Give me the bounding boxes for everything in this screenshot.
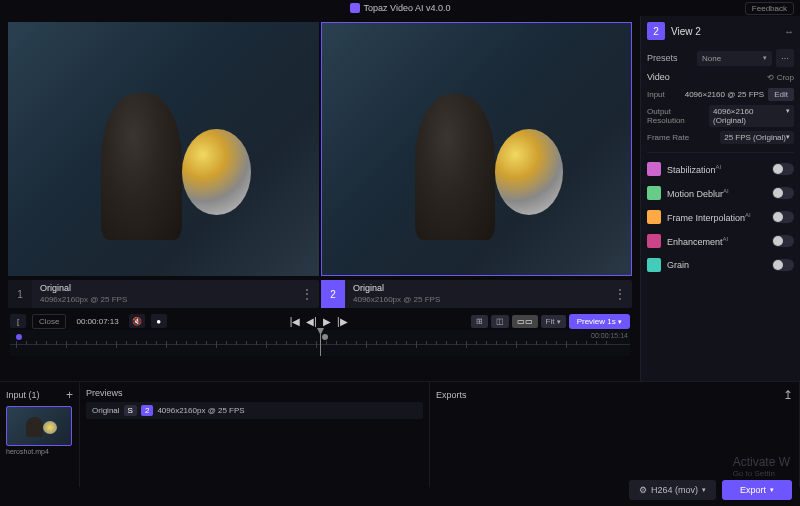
input-filename: heroshot.mp4 [6, 448, 73, 455]
input-header: Input (1) [6, 390, 40, 400]
play-icon[interactable]: ▶ [323, 316, 331, 327]
feedback-button[interactable]: Feedback [745, 2, 794, 15]
previews-column: Previews Original S 2 4096x2160px @ 25 F… [80, 382, 430, 487]
viewer-menu-icon[interactable]: ⋮ [608, 287, 632, 301]
filter-name: Frame InterpolationAI [667, 212, 766, 223]
filter-name: StabilizationAI [667, 164, 766, 175]
filter-icon [647, 210, 661, 224]
presets-label: Presets [647, 53, 693, 63]
preview-canvas-1[interactable] [8, 22, 319, 276]
viewer-res: 4096x2160px @ 25 FPS [40, 295, 127, 305]
view-badge: 2 [647, 22, 665, 40]
step-fwd-icon[interactable]: |▶ [337, 316, 348, 327]
output-res-label: Output Resolution [647, 107, 709, 125]
compare-mode-2[interactable]: ◫ [491, 315, 509, 328]
filter-toggle[interactable] [772, 235, 794, 247]
filter-row-motion-deblur: Motion DeblurAI [647, 181, 794, 205]
fps-label: Frame Rate [647, 133, 689, 142]
filter-name: Grain [667, 260, 766, 270]
marker-icon[interactable] [322, 334, 328, 340]
preview-tag: 2 [141, 405, 153, 416]
viewer-res: 4096x2160px @ 25 FPS [353, 295, 440, 305]
viewer-name: Original [353, 283, 440, 295]
app-logo-icon [350, 3, 360, 13]
video-section-label: Video [647, 72, 670, 82]
timecode-display: 00:00:07:13 [72, 317, 122, 326]
app-title: Topaz Video AI v4.0.0 [364, 3, 451, 13]
filter-name: Motion DeblurAI [667, 188, 766, 199]
viewer-menu-icon[interactable]: ⋮ [295, 287, 319, 301]
presets-menu-icon[interactable]: ⋯ [776, 49, 794, 67]
collapse-icon[interactable]: ↔ [784, 26, 794, 37]
viewer-number: 1 [8, 280, 32, 308]
mark-in-icon[interactable]: [ [10, 314, 26, 328]
exports-column: Exports ↥ [430, 382, 800, 487]
fps-dropdown[interactable]: 25 FPS (Original)▾ [720, 131, 794, 144]
step-back-icon[interactable]: ◀| [306, 316, 317, 327]
timeline-toolbar: [ Close 00:00:07:13 🔇 ● |◀ ◀| ▶ |▶ ⊞ ◫ ▭… [0, 312, 640, 330]
filter-icon [647, 258, 661, 272]
record-icon[interactable]: ● [151, 314, 167, 328]
playhead[interactable] [320, 330, 321, 356]
input-thumbnail[interactable] [6, 406, 72, 446]
filter-toggle[interactable] [772, 187, 794, 199]
marker-icon[interactable] [16, 334, 22, 340]
compare-mode-1[interactable]: ⊞ [471, 315, 488, 328]
settings-panel: 2 View 2 ↔ Presets None▾ ⋯ Video ⟲ Crop … [640, 16, 800, 381]
filter-icon [647, 186, 661, 200]
filter-name: EnhancementAI [667, 236, 766, 247]
timeline-ruler[interactable]: 00:00:15:14 [10, 330, 630, 356]
filter-row-stabilization: StabilizationAI [647, 157, 794, 181]
preview-res: 4096x2160px @ 25 FPS [157, 406, 244, 415]
preview-canvas-2[interactable] [321, 22, 632, 276]
compare-mode-3[interactable]: ▭▭ [512, 315, 538, 328]
filter-toggle[interactable] [772, 163, 794, 175]
export-button[interactable]: Export ▾ [722, 480, 792, 500]
filter-toggle[interactable] [772, 259, 794, 271]
view-title: View 2 [671, 26, 701, 37]
zoom-fit-button[interactable]: Fit ▾ [541, 315, 566, 328]
filter-row-frame-interpolation: Frame InterpolationAI [647, 205, 794, 229]
preview-row[interactable]: Original S 2 4096x2160px @ 25 FPS [86, 402, 423, 419]
viewer-info-2[interactable]: 2 Original 4096x2160px @ 25 FPS ⋮ [321, 280, 632, 308]
preview-button[interactable]: Preview 1s ▾ [569, 314, 630, 329]
viewer-number: 2 [321, 280, 345, 308]
close-range-button[interactable]: Close [32, 314, 66, 329]
filter-toggle[interactable] [772, 211, 794, 223]
preview-name: Original [92, 406, 120, 415]
codec-dropdown[interactable]: ⚙ H264 (mov) ▾ [629, 480, 716, 500]
viewer-name: Original [40, 283, 127, 295]
crop-button[interactable]: ⟲ Crop [767, 73, 794, 82]
duration-display: 00:00:15:14 [591, 332, 628, 339]
export-action-icon[interactable]: ↥ [783, 388, 793, 402]
title-bar: Topaz Video AI v4.0.0 Feedback [0, 0, 800, 16]
preview-tag: S [124, 405, 137, 416]
exports-header: Exports [436, 390, 467, 400]
filter-row-grain: Grain [647, 253, 794, 277]
edit-input-button[interactable]: Edit [768, 88, 794, 101]
viewer-2[interactable] [321, 22, 632, 276]
viewer-info-1[interactable]: 1 Original 4096x2160px @ 25 FPS ⋮ [8, 280, 319, 308]
filter-row-enhancement: EnhancementAI [647, 229, 794, 253]
output-res-dropdown[interactable]: 4096×2160 (Original)▾ [709, 105, 794, 127]
filter-icon [647, 162, 661, 176]
volume-icon[interactable]: 🔇 [129, 314, 145, 328]
filter-icon [647, 234, 661, 248]
skip-start-icon[interactable]: |◀ [290, 316, 301, 327]
previews-header: Previews [86, 388, 123, 398]
viewer-1[interactable] [8, 22, 319, 276]
input-label: Input [647, 90, 665, 99]
add-input-icon[interactable]: + [66, 388, 73, 402]
input-column: Input (1) + heroshot.mp4 [0, 382, 80, 487]
presets-dropdown[interactable]: None▾ [697, 51, 772, 66]
input-value: 4096×2160 @ 25 FPS [685, 90, 765, 99]
